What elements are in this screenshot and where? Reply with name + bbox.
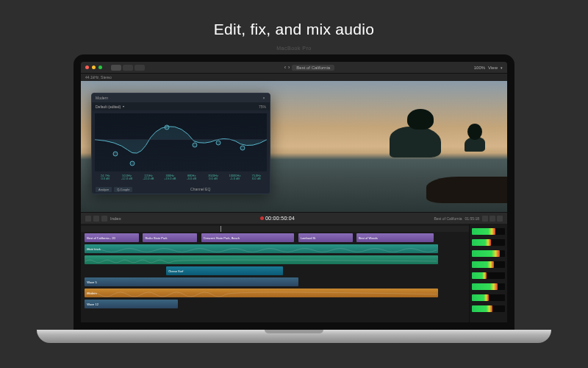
channel-eq-panel: Modern × Default (edited) ▾ 75% — [91, 93, 270, 194]
audio-track[interactable]: Main track — [81, 244, 469, 254]
eq-effect-name: Channel EQ — [135, 187, 266, 191]
laptop-brand-label: MacBook Pro — [276, 46, 312, 51]
zoom-level[interactable]: 100% — [474, 66, 485, 70]
timeline-project-label: Best of California — [434, 216, 462, 221]
chevron-down-icon[interactable]: ▾ — [501, 66, 503, 70]
audio-clip[interactable]: Wave 12 — [85, 300, 178, 308]
audio-clip[interactable]: Ocean Surf — [166, 266, 282, 275]
eq-band-node[interactable] — [240, 146, 245, 151]
audio-clip[interactable] — [85, 255, 437, 264]
snapping-icon[interactable] — [490, 216, 495, 222]
project-title: Best of California — [292, 65, 334, 71]
eq-mix-percent[interactable]: 75% — [259, 105, 266, 109]
maximize-window-button[interactable] — [98, 66, 102, 69]
camera-dot — [293, 57, 295, 60]
q-couple-button[interactable]: Q-Couple — [114, 187, 132, 192]
video-clip[interactable]: Best of California - 20 — [85, 233, 139, 242]
time-ruler[interactable] — [81, 226, 469, 232]
scene-trees — [407, 109, 434, 130]
video-viewer[interactable]: Modern × Default (edited) ▾ 75% — [81, 81, 507, 212]
timeline-view-icon[interactable] — [85, 216, 91, 222]
timeline-area: Best of California - 20 Rialto State Par… — [81, 224, 507, 322]
video-clip[interactable]: Lombard St — [298, 233, 353, 242]
scene-island — [390, 127, 441, 158]
laptop-base — [37, 330, 551, 343]
meter-level — [472, 250, 500, 257]
scene-rocks — [426, 177, 507, 203]
meter-level — [472, 305, 492, 312]
video-track[interactable]: Best of California - 20 Rialto State Par… — [81, 233, 469, 243]
close-window-button[interactable] — [85, 66, 89, 69]
record-icon — [260, 216, 264, 220]
library-tab[interactable] — [111, 65, 121, 71]
audio-clip[interactable]: Main track — [85, 244, 437, 253]
index-button[interactable]: Index — [110, 216, 121, 221]
eq-band-node[interactable] — [165, 124, 170, 130]
video-clip[interactable]: Best of Woods — [356, 233, 434, 242]
format-bar: 44.1kHz, Stereo — [81, 74, 507, 81]
app-window: ‹ › Best of California 100% View ▾ 44.1k… — [81, 62, 507, 322]
playhead[interactable] — [220, 226, 221, 232]
close-icon[interactable]: × — [262, 96, 266, 100]
chevron-down-icon[interactable]: ▾ — [123, 105, 124, 108]
eq-band-node[interactable] — [130, 160, 135, 166]
eq-preset-name[interactable]: Default (edited) — [96, 105, 121, 109]
marketing-tagline: Edit, fix, and mix audio — [214, 21, 374, 38]
view-menu[interactable]: View — [488, 66, 498, 70]
window-controls — [85, 66, 102, 69]
timeline-header: Index 00:00:50:04 Best of California 01:… — [81, 212, 507, 224]
solo-icon[interactable] — [497, 216, 503, 222]
audio-format-label: 44.1kHz, Stereo — [85, 75, 112, 79]
eq-band-node[interactable] — [216, 140, 221, 145]
audio-track[interactable]: Ocean Surf — [81, 266, 469, 276]
meter-level — [472, 239, 491, 246]
eq-band-readouts: 24.7Hz0.0 dB 50.0Hz-12.0 dB 125Hz-22.0 d… — [92, 174, 270, 185]
video-clip[interactable]: Crescent State Park, Beach — [201, 233, 295, 242]
meter-level — [472, 283, 498, 290]
minimize-window-button[interactable] — [92, 66, 96, 69]
meter-level — [472, 272, 487, 279]
eq-graph[interactable] — [95, 113, 267, 171]
audio-track[interactable] — [81, 255, 469, 265]
scene-trees-small — [467, 124, 482, 140]
meter-level — [472, 228, 495, 235]
eq-band-node[interactable] — [192, 142, 197, 147]
audio-track[interactable]: Wave 5 — [81, 277, 469, 287]
app-toolbar: ‹ › Best of California 100% View ▾ — [81, 62, 507, 74]
laptop-screen: ‹ › Best of California 100% View ▾ 44.1k… — [74, 54, 514, 330]
analyze-button[interactable]: Analyze — [96, 187, 112, 192]
meter-level — [472, 261, 494, 268]
audio-clip[interactable]: Modern — [85, 289, 437, 297]
timeline-tracks[interactable]: Best of California - 20 Rialto State Par… — [81, 224, 469, 322]
zoom-icon[interactable] — [101, 216, 107, 222]
back-icon[interactable]: ‹ — [284, 65, 286, 70]
titles-tab[interactable] — [135, 65, 145, 71]
timecode-display[interactable]: 00:00:50:04 — [265, 216, 295, 221]
laptop-notch — [265, 330, 323, 333]
forward-icon[interactable]: › — [288, 65, 290, 70]
audio-track[interactable]: Wave 12 — [81, 299, 469, 309]
skimming-icon[interactable] — [482, 216, 488, 222]
clip-appearance-icon[interactable] — [93, 216, 99, 222]
photos-tab[interactable] — [123, 65, 133, 71]
meter-level — [472, 294, 489, 301]
eq-panel-title: Modern — [96, 96, 108, 100]
audio-track[interactable]: Modern — [81, 288, 469, 298]
timeline-duration: 01:55:18 — [465, 216, 479, 221]
audio-meters — [469, 224, 507, 322]
audio-clip[interactable]: Wave 5 — [85, 277, 298, 286]
eq-band-node[interactable] — [113, 151, 118, 156]
video-clip[interactable]: Rialto State Park — [143, 233, 197, 242]
laptop-mockup: ‹ › Best of California 100% View ▾ 44.1k… — [66, 54, 522, 343]
